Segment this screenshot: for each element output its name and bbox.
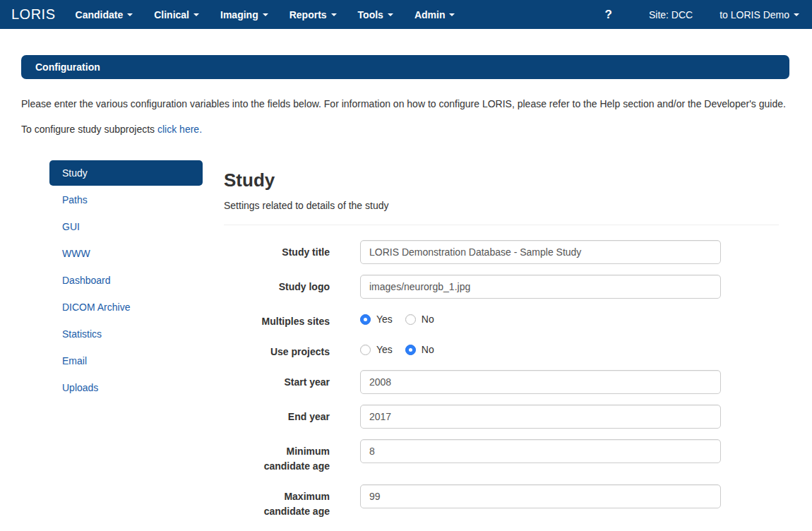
field-label: Study logo xyxy=(224,275,330,294)
page-container: Configuration Please enter the various c… xyxy=(0,55,812,530)
radio-unselected-icon[interactable] xyxy=(405,314,416,325)
form-row-use-projects: Use projects Yes No xyxy=(224,340,779,359)
field-wrap xyxy=(360,405,721,429)
nav-menu-imaging[interactable]: Imaging xyxy=(220,9,268,20)
form-row-study-title: Study title xyxy=(224,240,779,264)
field-label: Study title xyxy=(224,240,330,260)
chevron-down-icon xyxy=(331,13,337,16)
field-wrap xyxy=(360,439,721,463)
multiples-sites-yes-option[interactable]: Yes xyxy=(360,314,393,325)
radio-selected-icon[interactable] xyxy=(360,314,371,325)
content-row: Study Paths GUI WWW Dashboard DICOM Arch… xyxy=(21,160,789,530)
radio-option-label: No xyxy=(422,314,434,325)
use-projects-no-option[interactable]: No xyxy=(405,344,434,355)
help-icon[interactable]: ? xyxy=(605,8,612,22)
user-menu[interactable]: to LORIS Demo xyxy=(720,9,799,20)
section-subtitle: Settings related to details of the study xyxy=(224,200,779,211)
radio-selected-icon[interactable] xyxy=(405,345,416,355)
subprojects-line: To configure study subprojects click her… xyxy=(21,121,789,138)
section-divider xyxy=(224,225,779,225)
field-wrap xyxy=(360,370,721,394)
field-wrap xyxy=(360,484,721,508)
nav-menu-tools[interactable]: Tools xyxy=(358,9,393,20)
sidebar-item-study[interactable]: Study xyxy=(49,160,203,186)
nav-menu-admin-label: Admin xyxy=(414,9,446,20)
sidebar-item-dicom-archive[interactable]: DICOM Archive xyxy=(49,294,203,320)
start-year-input[interactable] xyxy=(360,370,721,394)
nav-menu-reports[interactable]: Reports xyxy=(289,9,337,20)
field-wrap: Yes No xyxy=(360,309,721,325)
end-year-input[interactable] xyxy=(360,405,721,429)
study-logo-input[interactable] xyxy=(360,275,721,299)
field-wrap: Yes No xyxy=(360,340,721,355)
subprojects-prefix: To configure study subprojects xyxy=(21,124,157,135)
radio-unselected-icon[interactable] xyxy=(360,345,371,355)
field-label: Multiples sites xyxy=(224,309,330,329)
study-settings-panel: Study Settings related to details of the… xyxy=(224,160,779,530)
page-title: Configuration xyxy=(21,55,789,79)
nav-menu-tools-label: Tools xyxy=(358,9,383,20)
radio-option-label: No xyxy=(422,344,434,355)
nav-menu-clinical-label: Clinical xyxy=(154,9,189,20)
chevron-down-icon xyxy=(127,13,133,16)
sidebar-item-dashboard[interactable]: Dashboard xyxy=(49,268,203,293)
user-menu-label: to LORIS Demo xyxy=(720,9,789,20)
form-row-end-year: End year xyxy=(224,405,779,429)
field-wrap xyxy=(360,240,721,264)
use-projects-yes-option[interactable]: Yes xyxy=(360,344,393,355)
field-label: Maximum candidate age xyxy=(224,484,330,519)
max-candidate-age-input[interactable] xyxy=(360,484,721,508)
form-row-start-year: Start year xyxy=(224,370,779,394)
form-row-study-logo: Study logo xyxy=(224,275,779,299)
top-navbar: LORIS Candidate Clinical Imaging Reports… xyxy=(0,0,812,29)
section-title: Study xyxy=(224,169,779,191)
nav-menu-admin[interactable]: Admin xyxy=(414,9,455,20)
multiples-sites-no-option[interactable]: No xyxy=(405,314,434,325)
field-label: Start year xyxy=(224,370,330,390)
field-label: Minimum candidate age xyxy=(224,439,330,474)
chevron-down-icon xyxy=(449,13,455,16)
chevron-down-icon xyxy=(794,13,799,16)
chevron-down-icon xyxy=(263,13,268,16)
nav-menu-imaging-label: Imaging xyxy=(220,9,258,20)
site-label: Site: DCC xyxy=(649,9,693,20)
sidebar-item-gui[interactable]: GUI xyxy=(49,214,203,239)
nav-menu-reports-label: Reports xyxy=(289,9,327,20)
form-row-multiples-sites: Multiples sites Yes No xyxy=(224,309,779,329)
sidebar-item-paths[interactable]: Paths xyxy=(49,187,203,213)
radio-option-label: Yes xyxy=(376,314,393,325)
subprojects-link[interactable]: click here. xyxy=(157,124,202,135)
intro-text-block: Please enter the various configuration v… xyxy=(21,95,789,138)
field-label: Use projects xyxy=(224,340,330,359)
sidebar-item-uploads[interactable]: Uploads xyxy=(49,375,203,400)
loris-brand-link[interactable]: LORIS xyxy=(11,6,56,23)
intro-paragraph: Please enter the various configuration v… xyxy=(21,95,789,113)
radio-option-label: Yes xyxy=(376,344,393,355)
sidebar-item-www[interactable]: WWW xyxy=(49,241,203,266)
nav-menu-clinical[interactable]: Clinical xyxy=(154,9,199,20)
field-label: End year xyxy=(224,405,330,424)
config-sidebar: Study Paths GUI WWW Dashboard DICOM Arch… xyxy=(49,160,203,402)
form-row-min-candidate-age: Minimum candidate age xyxy=(224,439,779,474)
field-wrap xyxy=(360,275,721,299)
study-title-input[interactable] xyxy=(360,240,721,264)
chevron-down-icon xyxy=(193,13,199,16)
min-candidate-age-input[interactable] xyxy=(360,439,721,463)
chevron-down-icon xyxy=(388,13,393,16)
sidebar-item-statistics[interactable]: Statistics xyxy=(49,321,203,347)
nav-menu-candidate[interactable]: Candidate xyxy=(76,9,133,20)
navbar-right-group: ? Site: DCC to LORIS Demo xyxy=(605,8,799,22)
form-row-max-candidate-age: Maximum candidate age xyxy=(224,484,779,519)
nav-menu-candidate-label: Candidate xyxy=(76,9,124,20)
sidebar-item-email[interactable]: Email xyxy=(49,348,203,374)
